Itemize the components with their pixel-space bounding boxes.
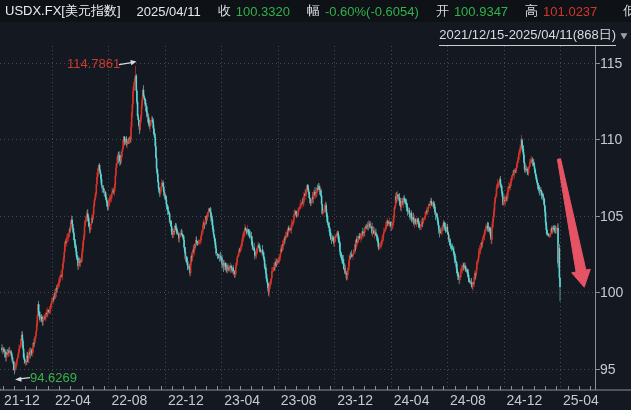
x-axis-label: 21-12 (4, 392, 40, 408)
y-axis-label: 105 (600, 208, 623, 224)
change-field: 幅 -0.60%(-0.6054) (307, 2, 419, 20)
x-axis-label: 23-04 (224, 392, 260, 408)
change-value: -0.60%(-0.6054) (325, 4, 419, 19)
x-axis-label: 24-04 (394, 392, 430, 408)
low-field: 低 (623, 2, 631, 20)
x-axis-label: 22-04 (55, 392, 91, 408)
peak-price-annotation: 114.7861 (67, 56, 120, 71)
open-label: 开 (436, 2, 449, 20)
x-axis-label: 24-12 (507, 392, 543, 408)
close-value: 100.3320 (236, 4, 290, 19)
y-axis-label: 95 (600, 361, 616, 377)
open-value: 100.9347 (454, 4, 508, 19)
x-axis-label: 22-12 (168, 392, 204, 408)
high-label: 高 (525, 2, 538, 20)
close-label: 收 (218, 2, 231, 20)
date-range-selector[interactable]: 2021/12/15-2025/04/11(868日) ▼ (439, 27, 629, 44)
trough-price-annotation: 94.6269 (30, 370, 77, 385)
change-label: 幅 (307, 2, 320, 20)
high-field: 高 101.0237 (525, 2, 597, 20)
quote-date: 2025/04/11 (137, 4, 201, 19)
low-label: 低 (623, 2, 631, 20)
y-axis-label: 110 (600, 131, 622, 147)
symbol-name: USDX.FX[美元指数] (5, 2, 121, 20)
close-field: 收 100.3320 (218, 2, 290, 20)
x-axis-label: 23-12 (337, 392, 373, 408)
y-axis-label: 100 (600, 284, 623, 300)
x-axis-label: 22-08 (111, 392, 147, 408)
high-value: 101.0237 (543, 4, 597, 19)
x-axis-label: 24-08 (450, 392, 486, 408)
y-axis-label: 115 (600, 55, 622, 71)
date-range-text: 2021/12/15-2025/04/11(868日) (439, 26, 616, 46)
quote-header: USDX.FX[美元指数] 2025/04/11 收 100.3320 幅 -0… (0, 0, 631, 22)
chart-app-window: USDX.FX[美元指数] 2025/04/11 收 100.3320 幅 -0… (0, 0, 631, 410)
dropdown-caret-icon: ▼ (618, 30, 630, 41)
x-axis-label: 23-08 (281, 392, 317, 408)
open-field: 开 100.9347 (436, 2, 508, 20)
x-axis-label: 25-04 (563, 392, 599, 408)
